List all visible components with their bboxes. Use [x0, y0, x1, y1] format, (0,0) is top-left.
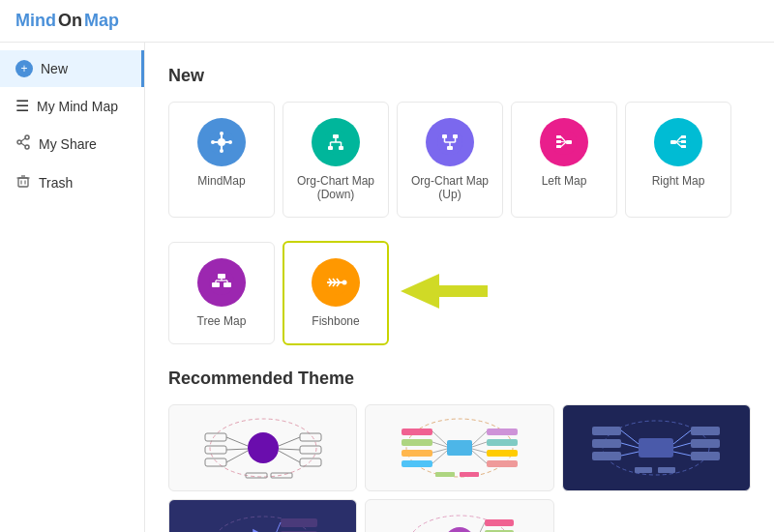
map-card-orgup[interactable]: Org-Chart Map (Up): [397, 102, 503, 218]
svg-line-83: [279, 451, 300, 462]
svg-line-141: [475, 522, 485, 532]
svg-line-119: [673, 452, 691, 456]
svg-point-2: [25, 145, 29, 149]
map-row-2: Tree Map Fish: [168, 241, 751, 345]
sidebar-label-new: New: [41, 61, 68, 76]
svg-rect-40: [556, 145, 561, 148]
theme-grid: [168, 404, 751, 532]
logo-on: On: [58, 11, 82, 31]
my-share-icon: [15, 134, 31, 154]
svg-point-68: [342, 281, 347, 285]
svg-line-118: [673, 443, 691, 448]
svg-line-75: [226, 437, 248, 446]
theme-card-1[interactable]: [168, 404, 357, 491]
svg-line-82: [279, 449, 300, 450]
svg-rect-89: [402, 439, 432, 446]
svg-rect-108: [592, 427, 621, 435]
svg-point-1: [17, 140, 21, 144]
svg-rect-45: [670, 140, 676, 144]
svg-rect-114: [691, 427, 720, 435]
svg-line-95: [432, 451, 447, 463]
sidebar-item-my-share[interactable]: My Share: [0, 125, 144, 163]
map-card-leftmap[interactable]: Left Map: [511, 102, 617, 218]
theme-card-3[interactable]: [562, 404, 751, 491]
svg-line-111: [621, 430, 639, 444]
svg-rect-120: [635, 467, 652, 473]
mindmap-icon: [197, 118, 246, 166]
svg-point-11: [218, 138, 225, 146]
svg-rect-109: [592, 439, 621, 448]
svg-rect-53: [218, 274, 225, 279]
svg-rect-46: [681, 135, 686, 138]
orgdown-icon: [312, 118, 360, 166]
sidebar-label-trash: Trash: [39, 175, 73, 191]
svg-rect-55: [223, 282, 231, 287]
svg-rect-116: [691, 452, 720, 460]
svg-rect-136: [485, 519, 514, 526]
svg-rect-47: [681, 140, 686, 143]
theme-card-4[interactable]: [168, 499, 357, 532]
svg-point-18: [211, 140, 215, 144]
svg-rect-99: [487, 460, 518, 467]
svg-rect-79: [300, 446, 321, 454]
svg-rect-74: [205, 458, 226, 466]
new-icon: +: [15, 60, 33, 77]
svg-rect-30: [453, 134, 458, 138]
recommended-section-title: Recommended Theme: [168, 369, 751, 389]
my-mind-map-icon: ☰: [15, 97, 29, 115]
treemap-label: Tree Map: [197, 314, 247, 328]
svg-point-19: [228, 140, 232, 144]
svg-rect-115: [691, 439, 720, 448]
main-content: New: [145, 43, 774, 532]
svg-rect-80: [300, 458, 321, 466]
app-logo: Mind On Map: [15, 11, 119, 31]
svg-rect-73: [205, 446, 226, 454]
map-card-treemap[interactable]: Tree Map: [168, 242, 275, 344]
svg-rect-5: [18, 178, 28, 187]
map-card-orgdown[interactable]: Org-Chart Map (Down): [283, 102, 389, 218]
theme-card-2[interactable]: [365, 404, 553, 491]
svg-rect-96: [487, 429, 518, 435]
svg-point-16: [220, 132, 223, 135]
sidebar-item-trash[interactable]: Trash: [0, 163, 144, 202]
svg-point-135: [444, 527, 475, 532]
map-card-rightmap[interactable]: Right Map: [625, 102, 731, 218]
sidebar: + New ☰ My Mind Map My Share: [0, 43, 145, 532]
svg-rect-91: [402, 460, 432, 467]
orgup-icon: [426, 118, 474, 166]
svg-rect-39: [556, 140, 561, 143]
svg-rect-38: [556, 135, 561, 138]
svg-line-81: [279, 437, 300, 446]
svg-point-0: [25, 135, 29, 139]
svg-rect-54: [212, 282, 220, 287]
svg-rect-87: [447, 440, 472, 456]
theme-card-5[interactable]: [365, 499, 553, 532]
svg-point-71: [248, 432, 279, 463]
svg-rect-88: [402, 429, 432, 435]
svg-line-113: [621, 452, 639, 456]
logo-mind: Mind: [15, 11, 56, 31]
svg-rect-29: [442, 134, 447, 138]
mindmap-label: MindMap: [197, 174, 245, 188]
svg-line-128: [273, 522, 281, 532]
svg-rect-90: [402, 450, 432, 457]
svg-rect-97: [487, 439, 518, 446]
svg-point-52: [209, 270, 234, 295]
svg-point-17: [220, 149, 223, 153]
fishbone-arrow: [401, 270, 488, 316]
sidebar-item-my-mind-map[interactable]: ☰ My Mind Map: [0, 87, 144, 125]
new-section-title: New: [168, 66, 751, 86]
svg-rect-23: [339, 146, 343, 150]
map-card-mindmap[interactable]: MindMap: [168, 102, 275, 218]
svg-line-4: [21, 143, 25, 146]
map-card-fishbone[interactable]: Fishbone: [283, 241, 389, 345]
treemap-icon: [197, 258, 246, 307]
rightmap-label: Right Map: [652, 174, 705, 188]
svg-rect-37: [566, 140, 572, 144]
sidebar-item-new[interactable]: + New: [0, 50, 144, 87]
svg-line-103: [472, 451, 487, 463]
svg-rect-121: [658, 467, 675, 473]
svg-line-3: [21, 138, 25, 141]
sidebar-label-my-mind-map: My Mind Map: [37, 99, 118, 114]
svg-line-112: [621, 443, 639, 448]
